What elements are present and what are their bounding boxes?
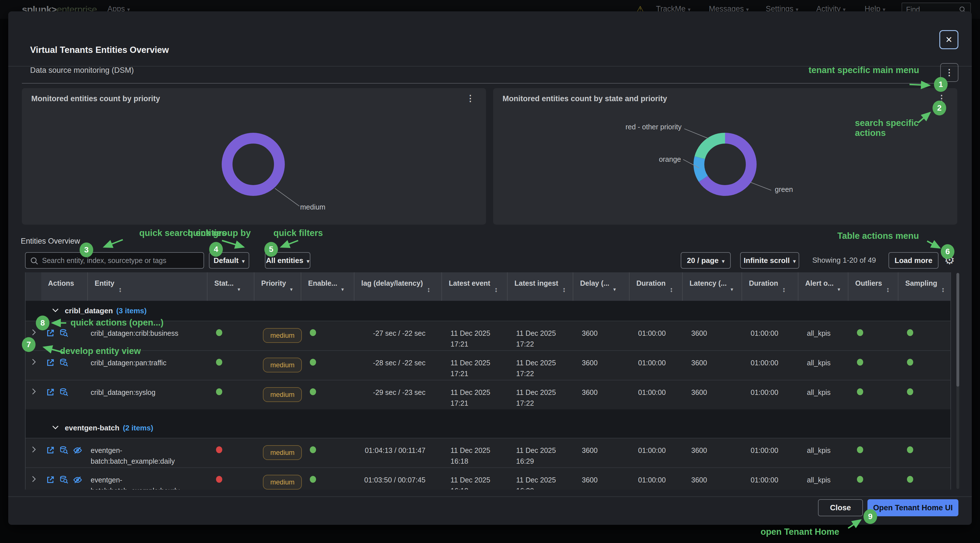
chart-title: Monitored entities count by state and pr… [503,94,667,103]
expand-row-icon[interactable] [30,360,38,368]
column-header-outliers[interactable]: Outliers↕︎ [848,272,898,301]
expand-row-icon[interactable] [30,477,38,485]
hide-action-icon[interactable] [73,475,82,487]
lag-cell: -29 sec / -23 sec [354,381,441,409]
close-button[interactable]: Close [818,499,863,516]
sort-icon: ↕︎ [427,284,431,295]
group-row-cribl_datagen[interactable]: cribl_datagen(3 items) [25,301,950,321]
divider [8,496,972,497]
duration-cell: 01:00:00 [629,381,682,409]
page-size-dropdown[interactable]: 20 / page▾ [681,252,731,269]
group-count: (2 items) [123,424,153,432]
column-header-enabled[interactable]: Enable...▾ [301,272,354,301]
entity-name[interactable]: eventgen-batch:batch_example:hourly [87,468,207,490]
search-action-icon[interactable] [59,388,68,400]
chevron-down-icon: ▾ [838,286,840,293]
column-header-latest_event[interactable]: Latest event↕︎ [441,272,507,301]
expand-row-icon[interactable] [30,330,38,338]
column-header-duration[interactable]: Duration↕︎ [629,272,682,301]
donut-priority [216,127,290,201]
entity-search [25,252,204,269]
open-action-icon[interactable] [46,388,55,400]
annotation-arrow [49,319,69,327]
status-dot-green [907,329,913,336]
expand-row-icon[interactable] [30,447,38,455]
status-dot-green [310,476,316,483]
latest-event-cell: 11 Dec 202517:21 [441,321,507,350]
sort-icon: ↕︎ [886,284,889,295]
latest-event-cell: 11 Dec 202516:18 [441,468,507,490]
alert-cell: all_kpis [798,468,848,490]
entity-name[interactable]: eventgen-batch:batch_example:daily [87,438,207,467]
open-tenant-home-button[interactable]: Open Tenant Home UI [867,499,958,516]
annotation-badge-4: 4 [209,242,223,257]
priority-badge: medium [263,475,302,490]
entity-search-input[interactable] [42,253,201,268]
duration-cell: 01:00:00 [629,321,682,350]
search-action-icon[interactable] [59,329,68,341]
delay-cell: 3600 [573,381,629,409]
expand-row-icon[interactable] [30,389,38,397]
column-header-delay[interactable]: Delay (...▾ [573,272,629,301]
lag-cell: 01:04:13 / 00:11:47 [354,438,441,467]
sort-icon: ↕︎ [494,284,498,295]
alert-cell: all_kpis [798,351,848,380]
search-action-icon[interactable] [59,358,68,370]
sampling-cell [898,468,951,490]
open-action-icon[interactable] [46,475,55,487]
annotation-open-tenant-home: open Tenant Home [760,527,839,537]
annotation-quick-group: quick group by [188,228,251,238]
table-row: eventgen-batch:batch_example:hourlymediu… [25,467,950,490]
load-more-button[interactable]: Load more [888,252,939,269]
column-header-alert[interactable]: Alert o...▾ [798,272,848,301]
duration2-cell: 01:00:00 [741,381,798,409]
state-cell [207,468,254,490]
column-header-entity[interactable]: Entity↕︎ [87,272,207,301]
open-action-icon[interactable] [46,446,55,458]
priority-cell: medium [254,468,301,490]
status-dot-green [857,446,863,453]
priority-cell: medium [254,381,301,409]
entities-overview-label: Entities Overview [21,237,80,246]
priority-badge: medium [263,358,302,373]
column-header-state[interactable]: Stat...▾ [207,272,254,301]
chevron-down-icon[interactable] [51,306,60,315]
annotation-tenant-menu: tenant specific main menu [739,65,919,75]
annotation-arrow [40,342,67,356]
chevron-down-icon: ▾ [238,286,240,293]
column-header-priority[interactable]: Priority▾ [254,272,301,301]
donut-label: red - other priority [611,123,682,131]
chart-title: Monitored entities count by priority [31,94,160,103]
latest-event-cell: 11 Dec 202516:18 [441,438,507,467]
donut-state [688,127,762,201]
sort-icon: ↕︎ [670,284,673,295]
duration2-cell: 01:00:00 [741,438,798,467]
hide-action-icon[interactable] [73,446,82,458]
showing-count: Showing 1-20 of 49 [812,256,876,265]
entity-name[interactable]: cribl_datagen:syslog [87,381,207,409]
virtual-tenants-modal: Virtual Tenants Entities Overview ✕ Data… [8,11,972,525]
column-header-duration2[interactable]: Duration↕︎ [741,272,798,301]
column-header-latency[interactable]: Latency (...▾ [682,272,741,301]
search-action-icon[interactable] [59,446,68,458]
latest-ingest-cell: 11 Dec 202516:29 [507,438,573,467]
lag-cell: -28 sec / -22 sec [354,351,441,380]
open-action-icon[interactable] [46,358,55,370]
column-header-latest_ingest[interactable]: Latest ingest↕︎ [507,272,573,301]
column-header-sampling[interactable]: Sampling↕︎ [898,272,951,301]
group-row-eventgen-batch[interactable]: eventgen-batch(2 items) [25,409,950,438]
search-action-icon[interactable] [59,475,68,487]
latency-cell: 3600 [682,351,741,380]
close-icon[interactable]: ✕ [939,30,958,49]
open-action-icon[interactable] [46,329,55,341]
priority-cell: medium [254,321,301,350]
scrollbar-thumb[interactable] [956,273,959,387]
scroll-mode-dropdown[interactable]: Infinite scroll▾ [740,252,799,269]
column-header-lag[interactable]: lag (delay/latency)↕︎ [354,272,441,301]
table-header-row: ActionsEntity↕︎Stat...▾Priority▾Enable..… [25,272,950,301]
annotation-badge-7: 7 [22,337,35,352]
chart-menu-kebab-icon[interactable]: ⋮ [466,93,475,103]
chevron-down-icon[interactable] [51,423,60,433]
status-dot-green [310,446,316,453]
duration-cell: 01:00:00 [629,468,682,490]
